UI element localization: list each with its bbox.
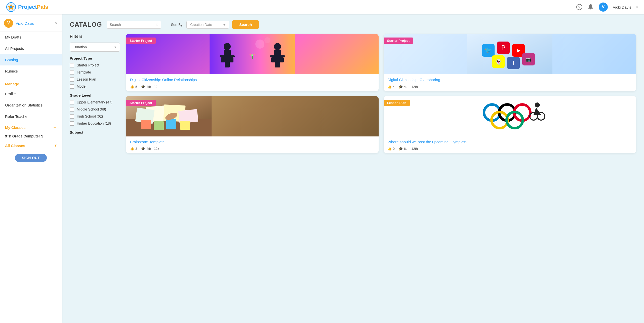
graduation-icon-1: 🎓	[141, 85, 145, 89]
card-title-2: Digital Citizenship: Oversharing	[388, 77, 632, 82]
filter-label-upper-elem: Upper Elementary (47)	[77, 100, 112, 104]
filter-item-template[interactable]: Template	[70, 70, 120, 75]
card-grade-4: 🎓 6th - 12th	[399, 147, 418, 151]
app-body: V Vicki Davis × My Drafts All Projects C…	[0, 14, 644, 323]
sort-select[interactable]: Creation Date Title Likes	[186, 21, 229, 29]
project-card-4[interactable]: Lesson Plan Where should we host the upc…	[384, 96, 636, 153]
user-name-nav[interactable]: Vicki Davis	[613, 5, 631, 9]
search-button[interactable]: Search	[232, 20, 259, 29]
thumbs-up-icon-3: 👍	[130, 147, 134, 151]
card-image-3: Starter Project	[126, 96, 379, 136]
card-info-1: Digital Citizenship: Online Relationship…	[126, 74, 379, 91]
filter-item-high-school[interactable]: High School (62)	[70, 114, 120, 119]
sidebar-item-refer-teacher[interactable]: Refer Teacher	[0, 111, 62, 122]
svg-point-12	[224, 43, 231, 50]
filter-checkbox-starter[interactable]	[70, 63, 74, 67]
filter-checkbox-middle-school[interactable]	[70, 107, 74, 112]
svg-rect-45	[141, 120, 151, 129]
filter-item-higher-ed[interactable]: Higher Education (18)	[70, 121, 120, 126]
sidebar-all-classes-chevron-icon: ▾	[55, 143, 57, 148]
logo[interactable]: ProjectPals	[6, 2, 48, 12]
sidebar-item-profile[interactable]: Profile	[0, 88, 62, 99]
card-bg-digital-online	[126, 34, 379, 74]
filter-label-template: Template	[77, 70, 91, 74]
filter-checkbox-model[interactable]	[70, 84, 74, 89]
card-badge-2: Starter Project	[384, 38, 413, 44]
duration-arrow-icon: ▾	[114, 45, 116, 49]
notification-button[interactable]	[588, 4, 594, 10]
user-menu-chevron-icon[interactable]: ▾	[636, 5, 638, 9]
filter-label-high-school: High School (62)	[77, 114, 103, 118]
sidebar-class-item[interactable]: 9Th Grade Computer S	[0, 132, 62, 141]
svg-text:▶: ▶	[517, 48, 521, 53]
question-circle-icon: ?	[576, 4, 583, 10]
sidebar-item-catalog[interactable]: Catalog	[0, 54, 62, 65]
card-title-1: Digital Citizenship: Online Relationship…	[130, 77, 375, 82]
card-likes-4: 👍 0	[388, 147, 395, 151]
filter-item-model[interactable]: Model	[70, 84, 120, 89]
likes-count-4: 0	[393, 147, 395, 151]
sidebar-close-button[interactable]: ×	[55, 21, 58, 26]
svg-point-25	[254, 54, 255, 55]
catalog-search-box: ×	[107, 21, 161, 29]
catalog-search-clear-button[interactable]: ×	[156, 22, 158, 27]
svg-rect-21	[275, 61, 280, 67]
filter-checkbox-high-school[interactable]	[70, 114, 74, 119]
card-meta-1: 👍 5 🎓 4th - 12th	[130, 85, 375, 89]
svg-point-11	[264, 37, 270, 43]
logo-icon	[6, 2, 16, 12]
add-class-button[interactable]: +	[53, 125, 57, 130]
bell-icon	[588, 4, 594, 10]
project-card-1[interactable]: Starter Project Digital Citizenship: Onl…	[126, 34, 379, 91]
likes-count-3: 3	[135, 147, 137, 151]
svg-rect-50	[467, 96, 552, 136]
duration-dropdown[interactable]: Duration ▾	[70, 43, 120, 52]
help-button[interactable]: ?	[576, 4, 583, 10]
filter-checkbox-upper-elem[interactable]	[70, 100, 74, 104]
filter-item-upper-elem[interactable]: Upper Elementary (47)	[70, 100, 120, 104]
svg-text:?: ?	[578, 5, 581, 9]
card-grade-2: 🎓 4th - 12th	[399, 85, 418, 89]
catalog-search-input[interactable]	[110, 23, 154, 27]
sidebar-item-org-stats[interactable]: Organization Statistics	[0, 99, 62, 111]
filter-item-lesson-plan[interactable]: Lesson Plan	[70, 77, 120, 82]
project-card-3[interactable]: Starter Project Brainstorm Template 👍 3 …	[126, 96, 379, 153]
sidebar-item-my-drafts[interactable]: My Drafts	[0, 31, 62, 43]
signout-button[interactable]: SIGN OUT	[15, 154, 47, 162]
filter-item-middle-school[interactable]: Middle School (68)	[70, 107, 120, 112]
card-likes-3: 👍 3	[130, 147, 137, 151]
svg-text:🐦: 🐦	[485, 46, 492, 54]
filter-checkbox-lesson-plan[interactable]	[70, 77, 74, 82]
svg-point-22	[251, 54, 253, 56]
filter-checkbox-higher-ed[interactable]	[70, 121, 74, 126]
project-grid: Starter Project Digital Citizenship: Onl…	[126, 34, 636, 153]
card-meta-2: 👍 4 🎓 4th - 12th	[388, 85, 632, 89]
svg-rect-16	[225, 61, 230, 67]
card-badge-1: Starter Project	[126, 38, 156, 44]
card-grade-1: 🎓 4th - 12th	[141, 85, 160, 89]
sidebar-username: Vicki Davis	[16, 21, 55, 25]
project-card-2[interactable]: 🐦 P ▶	[384, 34, 636, 91]
filter-item-starter[interactable]: Starter Project	[70, 63, 120, 67]
main-content: CATALOG × Sort By: Creation Date Title L…	[62, 14, 644, 323]
card-meta-4: 👍 0 🎓 6th - 12th	[388, 147, 632, 151]
svg-text:P: P	[501, 44, 505, 51]
card-badge-4: Lesson Plan	[384, 100, 410, 106]
sidebar-avatar: V	[4, 19, 13, 28]
project-type-label: Project Type	[70, 56, 120, 60]
svg-text:👻: 👻	[495, 59, 502, 65]
sidebar-all-classes[interactable]: All Classes ▾	[0, 141, 62, 150]
sidebar-item-rubrics[interactable]: Rubrics	[0, 65, 62, 77]
svg-rect-9	[210, 34, 295, 74]
card-grade-3: 🎓 4th - 12+	[141, 147, 159, 151]
content-area: Filters Duration ▾ Project Type Starter …	[70, 34, 636, 153]
filter-checkbox-template[interactable]	[70, 70, 74, 75]
card-info-4: Where should we host the upcoming Olympi…	[384, 136, 636, 153]
card-info-2: Digital Citizenship: Oversharing 👍 4 🎓 4…	[384, 74, 636, 91]
svg-point-56	[535, 102, 540, 107]
grade-level-filter-group: Grade Level Upper Elementary (47) Middle…	[70, 93, 120, 126]
sidebar-item-all-projects[interactable]: All Projects	[0, 43, 62, 54]
likes-count-2: 4	[393, 85, 395, 89]
user-avatar-nav[interactable]: V	[599, 3, 608, 12]
filter-label-starter: Starter Project	[77, 63, 99, 67]
